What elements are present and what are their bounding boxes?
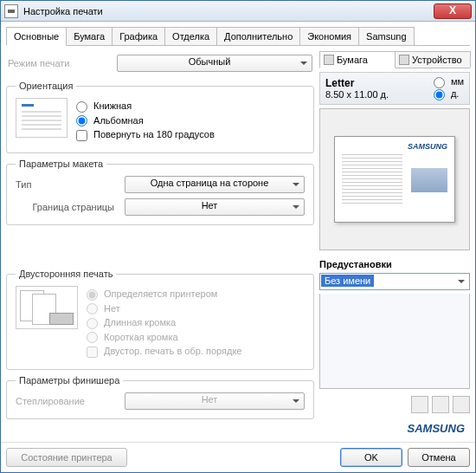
duplex-none[interactable]: Нет bbox=[87, 303, 241, 315]
ok-button[interactable]: OK bbox=[340, 448, 402, 467]
layout-legend: Параметры макета bbox=[16, 159, 106, 169]
paper-icon bbox=[324, 55, 334, 65]
tab-advanced[interactable]: Дополнительно bbox=[216, 27, 300, 45]
preview-page: SAMSUNG bbox=[334, 136, 455, 223]
page-border-label: Граница страницы bbox=[16, 202, 119, 212]
tab-samsung[interactable]: Samsung bbox=[358, 27, 414, 45]
right-tabs: Бумага Устройство bbox=[319, 51, 470, 68]
orientation-preview-icon bbox=[16, 98, 68, 138]
preset-actions bbox=[319, 392, 470, 417]
window-title: Настройка печати bbox=[23, 6, 434, 16]
tab-graphics[interactable]: Графика bbox=[112, 27, 165, 45]
duplex-reverse[interactable]: Двустор. печать в обр. порядке bbox=[87, 346, 241, 358]
duplex-group: Двусторонняя печать Определяется принтер… bbox=[6, 269, 314, 370]
unit-inch[interactable]: д. bbox=[434, 88, 464, 100]
left-column: Режим печати Обычный Ориентация Книжная … bbox=[6, 51, 314, 437]
paper-size-dims: 8.50 x 11.00 д. bbox=[325, 89, 389, 100]
layout-group: Параметры макета Тип Одна страница на ст… bbox=[6, 159, 314, 225]
orientation-landscape[interactable]: Альбомная bbox=[76, 115, 215, 127]
layout-type-label: Тип bbox=[16, 179, 119, 190]
content-area: Основные Бумага Графика Отделка Дополнит… bbox=[1, 22, 475, 442]
samsung-logo-icon: SAMSUNG bbox=[408, 142, 447, 151]
paper-size-box: Letter 8.50 x 11.00 д. мм д. bbox=[319, 72, 470, 105]
stapling-label: Степлирование bbox=[16, 396, 119, 406]
finisher-group: Параметры финишера Степлирование Нет bbox=[6, 375, 314, 419]
page-border-select[interactable]: Нет bbox=[125, 198, 305, 216]
cancel-button[interactable]: Отмена bbox=[408, 448, 470, 467]
tab-main[interactable]: Основные bbox=[6, 27, 67, 46]
duplex-auto[interactable]: Определяется принтером bbox=[87, 288, 241, 301]
stapling-select[interactable]: Нет bbox=[125, 392, 305, 410]
right-column: Бумага Устройство Letter 8.50 x 11.00 д.… bbox=[319, 51, 470, 437]
close-button[interactable]: X bbox=[434, 3, 472, 19]
right-tab-device[interactable]: Устройство bbox=[395, 51, 471, 68]
preset-value: Без имени bbox=[321, 275, 374, 287]
tab-paper[interactable]: Бумага bbox=[66, 27, 113, 45]
preset-save-icon[interactable] bbox=[411, 396, 428, 413]
printer-icon bbox=[4, 4, 18, 18]
unit-mm[interactable]: мм bbox=[434, 76, 464, 88]
preset-select[interactable]: Без имени bbox=[319, 273, 470, 290]
print-mode-label: Режим печати bbox=[8, 58, 112, 68]
orientation-rotate-180[interactable]: Повернуть на 180 градусов bbox=[76, 129, 215, 141]
footer: Состояние принтера OK Отмена bbox=[1, 442, 475, 472]
right-tab-paper[interactable]: Бумага bbox=[319, 51, 396, 68]
preset-delete-icon[interactable] bbox=[453, 396, 470, 413]
body: Режим печати Обычный Ориентация Книжная … bbox=[6, 46, 470, 437]
paper-size-name: Letter bbox=[325, 77, 389, 89]
tab-eco[interactable]: Экономия bbox=[299, 27, 359, 45]
duplex-long-edge[interactable]: Длинная кромка bbox=[87, 317, 241, 329]
duplex-legend: Двусторонняя печать bbox=[16, 269, 116, 279]
titlebar[interactable]: Настройка печати X bbox=[1, 1, 475, 22]
tab-finishing[interactable]: Отделка bbox=[164, 27, 217, 45]
orientation-portrait[interactable]: Книжная bbox=[76, 100, 215, 113]
main-tabs: Основные Бумага Графика Отделка Дополнит… bbox=[6, 27, 470, 46]
preset-edit-icon[interactable] bbox=[432, 396, 449, 413]
print-settings-window: Настройка печати X Основные Бумага Графи… bbox=[0, 0, 476, 473]
brand-logo: SAMSUNG bbox=[319, 420, 470, 437]
layout-type-select[interactable]: Одна страница на стороне bbox=[125, 176, 305, 193]
finisher-legend: Параметры финишера bbox=[16, 375, 123, 386]
page-preview: SAMSUNG bbox=[319, 108, 470, 250]
duplex-preview-icon bbox=[16, 286, 78, 329]
printer-status-button[interactable]: Состояние принтера bbox=[6, 448, 127, 467]
presets-label: Предустановки bbox=[319, 259, 470, 269]
print-mode-select[interactable]: Обычный bbox=[117, 55, 312, 72]
orientation-group: Ориентация Книжная Альбомная Повернуть н… bbox=[6, 81, 314, 153]
device-icon bbox=[399, 55, 409, 65]
duplex-short-edge[interactable]: Короткая кромка bbox=[87, 332, 241, 344]
preset-list[interactable] bbox=[319, 294, 470, 389]
orientation-legend: Ориентация bbox=[16, 81, 76, 91]
